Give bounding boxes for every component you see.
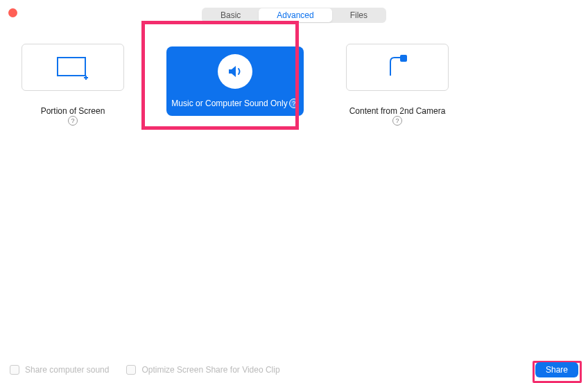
tab-files[interactable]: Files [332,8,386,22]
optimize-video-checkbox-group[interactable]: Optimize Screen Share for Video Clip [126,365,279,375]
share-sound-checkbox[interactable] [10,365,19,375]
music-sound-thumbnail: Music or Computer Sound Only ? [166,46,304,116]
second-camera-label: Content from 2nd Camera [349,106,446,116]
speaker-icon [226,62,244,80]
second-camera-thumbnail [346,44,449,91]
second-camera-icon [383,53,411,81]
share-options-row: Portion of Screen ? Music or Computer So… [0,23,588,146]
option-portion-of-screen[interactable]: Portion of Screen ? [0,44,146,141]
svg-rect-0 [58,58,85,76]
footer-bar: Share computer sound Optimize Screen Sha… [0,361,588,379]
option-second-camera[interactable]: Content from 2nd Camera ? [325,44,470,141]
portion-of-screen-icon [56,55,89,80]
music-sound-label-text: Music or Computer Sound Only [171,99,287,108]
close-window-button[interactable] [8,8,17,17]
svg-rect-3 [400,55,407,62]
share-sound-checkbox-group[interactable]: Share computer sound [10,365,109,375]
optimize-video-label: Optimize Screen Share for Video Clip [141,365,279,375]
help-icon[interactable]: ? [289,99,299,108]
share-sound-label: Share computer sound [25,365,109,375]
tabs-container: Basic Advanced Files [0,0,588,23]
portion-of-screen-label: Portion of Screen [41,106,105,116]
tab-basic[interactable]: Basic [202,8,259,22]
portion-of-screen-thumbnail [21,44,124,91]
speaker-icon-circle [218,54,252,89]
help-icon[interactable]: ? [68,116,78,126]
optimize-video-checkbox[interactable] [126,365,136,375]
help-icon[interactable]: ? [392,116,402,126]
option-music-or-sound[interactable]: Music or Computer Sound Only ? [159,44,311,146]
tab-group: Basic Advanced Files [202,8,386,23]
tab-advanced[interactable]: Advanced [259,8,331,22]
music-sound-label: Music or Computer Sound Only ? [171,99,298,108]
share-button[interactable]: Share [535,362,578,377]
